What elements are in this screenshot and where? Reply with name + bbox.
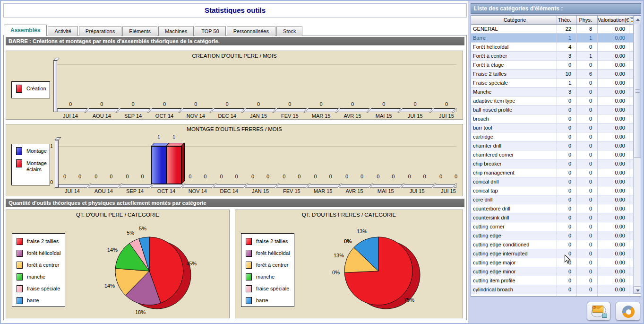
column-header-categorie[interactable]: Catégorie — [471, 16, 557, 24]
cell-phys: 0 — [577, 294, 598, 297]
tab-stock[interactable]: Stock — [276, 26, 303, 36]
bar-value-label: 0 — [216, 174, 227, 179]
cell-valorisation: 0.00 — [598, 96, 629, 105]
cell-phys: 6 — [577, 70, 598, 79]
x-tick-label: MAR 15 — [309, 188, 337, 194]
category-row-cartridge[interactable]: cartridge000.00 — [471, 132, 634, 141]
bar-value-label: 0 — [137, 174, 148, 179]
category-row-counterbore-drill[interactable]: counterbore drill000.00 — [471, 204, 634, 213]
vertical-scrollbar[interactable] — [633, 16, 641, 294]
cell-valorisation: 0.00 — [598, 114, 629, 123]
category-row-chamfer-drill[interactable]: chamfer drill000.00 — [471, 141, 634, 150]
tab-assembl-s[interactable]: Assemblés — [4, 25, 47, 36]
category-row-chip-breaker[interactable]: chip breaker000.00 — [471, 159, 634, 168]
category-row-fraise-sp-ciale[interactable]: Fraise spéciale100.00 — [471, 79, 634, 88]
x-tick-label: AVR 15 — [340, 188, 369, 194]
category-row-broach[interactable]: broach000.00 — [471, 114, 634, 123]
pie-percent-label: 75% — [399, 297, 420, 303]
cell-theo: 0 — [557, 231, 577, 240]
category-row-conical-tap[interactable]: conical tap000.00 — [471, 186, 634, 195]
x-tick-label: AOU 14 — [89, 188, 118, 194]
category-row-burr-tool[interactable]: burr tool000.00 — [471, 123, 634, 132]
scroll-down-button[interactable] — [634, 286, 641, 294]
category-row-cutting-corner[interactable]: cutting corner000.00 — [471, 222, 634, 231]
pie-svg — [235, 210, 464, 319]
cell-categorie: Fraise spéciale — [471, 79, 557, 88]
category-row-cutting-item-profile[interactable]: cutting item profile000.00 — [471, 276, 634, 285]
cell-categorie: conical tap — [471, 186, 557, 195]
cell-categorie: cutting edge — [471, 231, 557, 240]
category-row-chamfered-corner[interactable]: chamfered corner000.00 — [471, 150, 634, 159]
category-row-conical-drill[interactable]: conical drill000.00 — [471, 177, 634, 186]
cell-filler — [629, 294, 634, 297]
cell-theo: 10 — [557, 70, 577, 79]
tab-pr-parations[interactable]: Préparations — [79, 26, 121, 36]
bar-value-label: 0 — [419, 174, 430, 179]
scrollbar-thumb[interactable] — [634, 24, 641, 158]
category-row-countersink-drill[interactable]: countersink drill000.00 — [471, 213, 634, 222]
send-email-button[interactable]: @ — [587, 302, 610, 321]
cell-valorisation: 0.00 — [598, 186, 629, 195]
cell-phys: 0 — [577, 43, 598, 52]
column-header-phys[interactable]: Phys. — [577, 16, 598, 24]
montage-swatch-icon — [16, 147, 22, 155]
cell-theo: 0 — [557, 168, 577, 177]
category-row-general[interactable]: GENERAL2280.00 — [471, 25, 634, 34]
cell-valorisation: 0.00 — [598, 231, 629, 240]
cell-phys: 0 — [577, 195, 598, 204]
bar-value-label: 0 — [184, 174, 196, 179]
category-row-cutting-edge-interrupted[interactable]: cutting edge interrupted000.00 — [471, 249, 634, 258]
category-row-cylindrical-broach[interactable]: cylindrical broach000.00 — [471, 285, 634, 294]
tab-el-ments[interactable]: Eléments — [122, 26, 157, 36]
category-row-fraise-2-tailles[interactable]: Fraise 2 tailles1060.00 — [471, 70, 634, 79]
category-row-barre[interactable]: Barre110.00 — [471, 34, 634, 43]
tab-activit[interactable]: Activité — [48, 26, 77, 36]
category-row-for-t-centrer[interactable]: Forêt à centrer310.00 — [471, 52, 634, 61]
tab-top-50[interactable]: TOP 50 — [195, 26, 226, 36]
cell-phys: 0 — [577, 105, 598, 114]
category-row-for-t-tage[interactable]: Forêt à étage000.00 — [471, 61, 634, 70]
cell-theo: 0 — [557, 195, 577, 204]
cell-phys: 0 — [577, 123, 598, 132]
refresh-button[interactable] — [616, 302, 640, 321]
category-row-cutting-edge-conditioned[interactable]: cutting edge conditioned000.00 — [471, 240, 634, 249]
category-row-cutting-edge-major[interactable]: cutting edge major000.00 — [471, 258, 634, 267]
category-row-core-drill[interactable]: core drill000.00 — [471, 195, 634, 204]
legend-label: Création — [26, 85, 50, 92]
pie-percent-label: 5% — [132, 226, 153, 231]
cell-categorie: adaptive item type — [471, 96, 557, 105]
chart-legend: Création — [11, 81, 50, 98]
category-row-for-t-h-lico-dal[interactable]: Forêt hélicoïdal400.00 — [471, 43, 634, 52]
x-tick-label: FEV 15 — [277, 188, 306, 194]
cell-valorisation: 0.00 — [598, 159, 629, 168]
chart-legend: MontageMontage éclairs — [11, 144, 50, 185]
category-row-cutting-edge[interactable]: cutting edge000.00 — [471, 231, 634, 240]
cell-theo: 0 — [557, 240, 577, 249]
cell-valorisation: 0.00 — [598, 285, 629, 294]
category-row-adaptive-item-type[interactable]: adaptive item type000.00 — [471, 96, 634, 105]
cell-theo: 0 — [557, 267, 577, 276]
category-row-ball-nosed-profile[interactable]: ball nosed profile000.00 — [471, 105, 634, 114]
category-row-cutting-edge-minor[interactable]: cutting edge minor000.00 — [471, 267, 634, 276]
x-tick-label: DEC 14 — [215, 188, 243, 194]
y-tick-label: 0 — [47, 179, 53, 185]
column-header-theo[interactable]: Théo. — [557, 16, 577, 24]
x-tick-label: NOV 14 — [183, 188, 212, 194]
cell-phys: 0 — [577, 204, 598, 213]
cell-valorisation: 0.00 — [598, 43, 629, 52]
donut-refresh-icon — [622, 306, 635, 318]
category-row-chip-management[interactable]: chip management000.00 — [471, 168, 634, 177]
scrollbar-grip-icon — [635, 89, 640, 93]
cell-phys: 0 — [577, 114, 598, 123]
category-row-manche[interactable]: Manche300.00 — [471, 88, 634, 96]
tab-personnalis-es[interactable]: Personnalisées — [227, 26, 275, 36]
cell-phys: 0 — [577, 79, 598, 88]
cell-phys: 0 — [577, 276, 598, 285]
bar-montage — [151, 146, 166, 184]
column-header-valorisation[interactable]: Valorisation(€) — [598, 16, 629, 24]
scroll-up-button[interactable] — [634, 16, 641, 23]
cell-theo: 0 — [557, 159, 577, 168]
tab-machines[interactable]: Machines — [158, 26, 194, 36]
bar-value-label: 0 — [105, 174, 117, 179]
category-row-cylindrical[interactable]: cylindrical000.00 — [471, 294, 634, 297]
